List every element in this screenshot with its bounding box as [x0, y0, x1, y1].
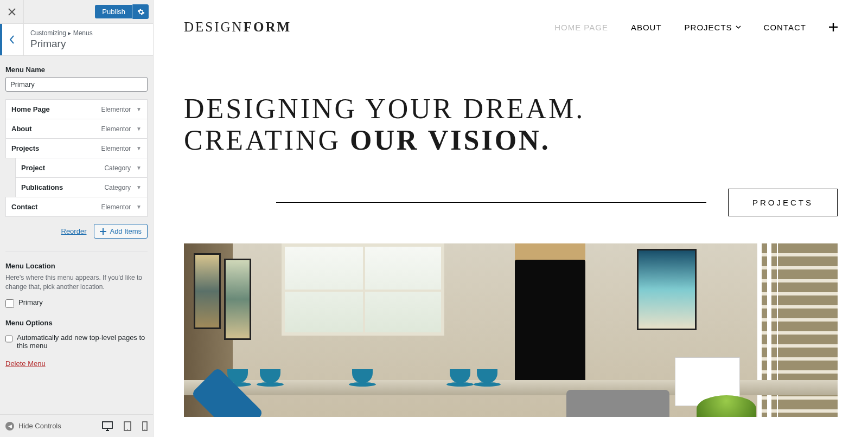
menu-item-type: Elementor — [101, 145, 131, 152]
hide-controls-button[interactable]: ◀ Hide Controls — [5, 422, 61, 430]
sidebar-top-bar: Publish — [0, 0, 153, 24]
menu-item[interactable]: ProjectsElementor▼ — [5, 138, 148, 158]
menu-item[interactable]: ContactElementor▼ — [5, 197, 148, 217]
menu-item-label: Project — [21, 164, 45, 172]
menu-item[interactable]: PublicationsCategory▼ — [15, 177, 148, 197]
breadcrumb: Customizing ▸ Menus — [30, 29, 146, 37]
menu-item-type: Category — [104, 164, 131, 172]
location-primary-checkbox[interactable] — [5, 299, 14, 308]
reorder-link[interactable]: Reorder — [61, 227, 87, 235]
publish-button[interactable]: Publish — [95, 5, 132, 18]
menu-item[interactable]: Home PageElementor▼ — [5, 99, 148, 119]
menu-name-input[interactable] — [5, 77, 148, 92]
panel-title: Primary — [30, 38, 146, 50]
menu-name-label: Menu Name — [5, 66, 148, 74]
menu-location-desc: Here's where this menu appears. If you'd… — [5, 273, 148, 292]
nav-extra-button[interactable] — [829, 23, 838, 31]
plus-icon — [100, 228, 106, 235]
hero-heading: DESIGNING YOUR DREAM. CREATING OUR VISIO… — [184, 93, 838, 156]
add-items-label: Add Items — [110, 227, 142, 235]
chevron-down-icon[interactable]: ▼ — [136, 145, 142, 151]
device-mobile-button[interactable] — [142, 421, 148, 431]
hero-divider-row: PROJECTS — [173, 172, 848, 243]
auto-add-row[interactable]: Automatically add new top-level pages to… — [5, 333, 148, 350]
divider-line — [276, 202, 706, 203]
nav-contact[interactable]: CONTACT — [764, 23, 806, 32]
chevron-down-icon[interactable]: ▼ — [136, 165, 142, 171]
svg-point-4 — [144, 429, 145, 429]
menu-item[interactable]: ProjectCategory▼ — [15, 158, 148, 178]
panel-body: Menu Name Home PageElementor▼AboutElemen… — [0, 56, 153, 414]
menu-item-label: Publications — [21, 183, 63, 191]
location-primary-label: Primary — [18, 298, 43, 306]
auto-add-label: Automatically add new top-level pages to… — [17, 333, 148, 350]
tablet-icon — [124, 421, 131, 431]
device-tablet-button[interactable] — [124, 421, 131, 431]
menu-item-label: Home Page — [11, 105, 50, 113]
menu-item-type: Elementor — [101, 125, 131, 133]
auto-add-checkbox[interactable] — [5, 335, 12, 343]
menu-item-label: About — [11, 125, 32, 133]
menu-item-label: Contact — [11, 203, 37, 211]
delete-menu-link[interactable]: Delete Menu — [5, 359, 46, 368]
menu-item-type: Elementor — [101, 106, 131, 113]
customizer-sidebar: Publish Customizing ▸ Menus Primary Menu… — [0, 0, 154, 437]
panel-header: Customizing ▸ Menus Primary — [0, 24, 153, 56]
chevron-down-icon[interactable]: ▼ — [136, 106, 142, 112]
svg-point-2 — [127, 429, 128, 430]
collapse-icon: ◀ — [5, 422, 14, 430]
close-icon — [8, 8, 16, 16]
site-logo[interactable]: DESIGNFORM — [184, 20, 291, 35]
hero-image — [184, 243, 838, 417]
nav-home[interactable]: HOME PAGE — [554, 23, 608, 32]
menu-item[interactable]: AboutElementor▼ — [5, 119, 148, 139]
add-items-button[interactable]: Add Items — [94, 224, 148, 239]
menu-location-heading: Menu Location — [5, 262, 148, 270]
chevron-down-icon[interactable]: ▼ — [136, 126, 142, 132]
back-button[interactable] — [0, 24, 24, 55]
publish-settings-button[interactable] — [132, 4, 149, 19]
plus-icon — [829, 23, 838, 31]
gear-icon — [137, 8, 145, 16]
menu-item-type: Category — [104, 184, 131, 191]
chevron-down-icon[interactable]: ▼ — [136, 204, 142, 210]
svg-rect-0 — [103, 422, 112, 428]
sidebar-footer: ◀ Hide Controls — [0, 414, 153, 437]
nav-projects[interactable]: PROJECTS — [685, 23, 741, 32]
close-button[interactable] — [0, 0, 24, 24]
menu-item-type: Elementor — [101, 203, 131, 211]
nav-about[interactable]: ABOUT — [631, 23, 662, 32]
chevron-down-icon — [736, 25, 741, 29]
site-preview[interactable]: DESIGNFORM HOME PAGE ABOUT PROJECTS CONT… — [154, 0, 868, 437]
chevron-left-icon — [9, 35, 15, 44]
location-primary-row[interactable]: Primary — [5, 298, 148, 308]
chevron-down-icon[interactable]: ▼ — [136, 184, 142, 190]
site-header: DESIGNFORM HOME PAGE ABOUT PROJECTS CONT… — [173, 0, 848, 50]
projects-cta-button[interactable]: PROJECTS — [728, 189, 838, 216]
menu-options-heading: Menu Options — [5, 319, 148, 327]
mobile-icon — [142, 421, 148, 431]
menu-item-label: Projects — [11, 144, 39, 152]
primary-nav: HOME PAGE ABOUT PROJECTS CONTACT — [554, 23, 838, 32]
hero-section: DESIGNING YOUR DREAM. CREATING OUR VISIO… — [173, 50, 848, 172]
menu-items-list: Home PageElementor▼AboutElementor▼Projec… — [5, 99, 148, 217]
device-desktop-button[interactable] — [102, 421, 113, 431]
desktop-icon — [102, 421, 113, 431]
